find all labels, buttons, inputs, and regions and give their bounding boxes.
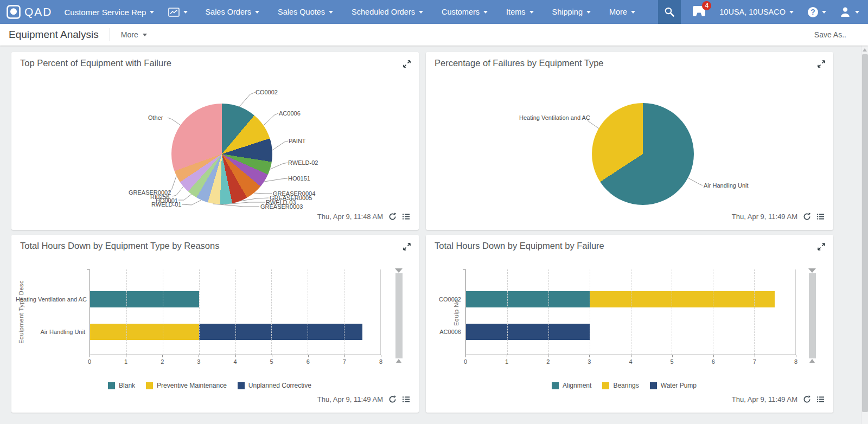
menu-customers[interactable]: Customers (442, 8, 488, 16)
bar-segment-bearings[interactable] (590, 291, 775, 307)
legend-item[interactable]: Bearings (602, 382, 639, 389)
expand-button[interactable] (817, 60, 826, 70)
logo-text: QAD (24, 5, 53, 18)
save-as-button[interactable]: Save As.. (814, 30, 859, 39)
chevron-down-icon (789, 11, 794, 14)
legend-swatch (650, 382, 657, 389)
legend-item[interactable]: Water Pump (650, 382, 697, 389)
category-label: Heating Ventilation and AC (16, 296, 85, 303)
company-menu[interactable]: 10USA, 10USACO (719, 8, 794, 16)
pie-slice-label: RWELD-02 (288, 159, 318, 166)
expand-button[interactable] (817, 242, 826, 253)
pie-chart-failures-by-type[interactable] (592, 103, 694, 205)
expand-button[interactable] (403, 60, 411, 70)
nav-right-group: 4 10USA, 10USACO ? (658, 0, 868, 24)
view-list-button[interactable] (816, 213, 825, 221)
page-more-menu[interactable]: More (121, 30, 147, 39)
gridline (713, 269, 713, 355)
scroll-up-arrow-icon (396, 359, 401, 363)
panel-title: Top Percent of Equipment with Failure (20, 58, 171, 68)
scroll-up-arrow-icon (863, 48, 867, 52)
refresh-button[interactable] (388, 395, 397, 403)
x-tick-label: 6 (307, 358, 310, 365)
y-axis-title: Equip No (453, 269, 459, 355)
refresh-icon (803, 213, 811, 221)
list-icon (402, 213, 410, 221)
menu-shipping[interactable]: Shipping (552, 8, 591, 16)
category-label: CO0002 (430, 296, 461, 303)
notification-badge: 4 (702, 1, 711, 10)
role-menu[interactable]: Customer Service Rep (65, 8, 155, 17)
refresh-button[interactable] (803, 395, 811, 403)
x-tick-mark (507, 355, 507, 357)
chevron-down-icon (855, 11, 859, 14)
x-axis-ticks: 012345678 (90, 355, 381, 367)
panel-hours-down-by-equipment-by-failure: Total Hours Down by Equipment by Failure… (426, 235, 833, 413)
chart-scrollbar[interactable] (395, 268, 403, 363)
legend-swatch (602, 382, 609, 389)
menu-scheduled-orders[interactable]: Scheduled Orders (352, 8, 423, 16)
search-button[interactable] (658, 0, 681, 24)
bar-segment-unplanned-corrective[interactable] (199, 324, 362, 340)
view-list-button[interactable] (402, 213, 410, 221)
top-nav-bar: QAD Customer Service Rep Sales Orders Sa… (0, 0, 868, 24)
bar-segment-preventive-maintenance[interactable] (90, 324, 199, 340)
help-menu[interactable]: ? (808, 7, 826, 17)
panel-title: Percentage of Failures by Equipment Type (435, 58, 604, 68)
legend-item[interactable]: Preventive Maintenance (146, 382, 227, 389)
chevron-down-icon (255, 11, 259, 14)
expand-button[interactable] (403, 242, 411, 253)
view-list-button[interactable] (402, 395, 410, 403)
user-menu[interactable] (839, 6, 868, 18)
legend-swatch (552, 382, 559, 389)
pie-slice-label: GREASER0003 (260, 203, 303, 210)
bar-chart-plot-area (90, 269, 381, 355)
legend-item[interactable]: Alignment (552, 382, 591, 389)
x-tick-label: 1 (505, 358, 508, 365)
chart-legend: Alignment Bearings Water Pump (448, 382, 801, 389)
menu-items[interactable]: Items (506, 8, 533, 16)
scroll-down-arrow-icon (395, 268, 403, 273)
chart-scrollbar[interactable] (808, 268, 816, 363)
refresh-button[interactable] (803, 213, 811, 221)
menu-sales-orders[interactable]: Sales Orders (205, 8, 259, 16)
gridline (344, 269, 344, 355)
last-refreshed-timestamp: Thu, Apr 9, 11:49 AM (732, 395, 797, 403)
menu-more[interactable]: More (609, 8, 635, 16)
gridline (126, 269, 127, 355)
menu-sales-quotes[interactable]: Sales Quotes (278, 8, 333, 16)
analytics-menu[interactable] (168, 8, 188, 17)
pie-slice-label: Other (148, 114, 163, 121)
panel-footer: Thu, Apr 9, 11:48 AM (317, 213, 410, 221)
gridline (548, 269, 549, 355)
expand-icon (403, 60, 411, 68)
main-menus: Sales Orders Sales Quotes Scheduled Orde… (205, 8, 635, 16)
legend-item[interactable]: Blank (108, 382, 135, 389)
pie-slice-label: GREASER0002 (129, 189, 171, 196)
bar-segment-blank[interactable] (90, 291, 199, 307)
pie-slice-label: PAINT (289, 138, 306, 144)
pie-chart-equipment-failure[interactable] (171, 104, 272, 204)
notifications-button[interactable]: 4 (692, 5, 706, 20)
x-tick-label: 2 (546, 358, 550, 365)
qad-logo[interactable]: QAD (0, 5, 53, 19)
x-tick-mark (465, 355, 466, 357)
y-axis-title: Equipment Type Desc (18, 269, 24, 355)
bar-segment-alignment[interactable] (466, 291, 590, 307)
last-refreshed-timestamp: Thu, Apr 9, 11:48 AM (317, 213, 383, 221)
view-list-button[interactable] (816, 395, 825, 403)
gridline (308, 269, 308, 355)
gridline (199, 269, 200, 355)
chevron-down-icon (329, 11, 333, 14)
legend-item[interactable]: Unplanned Corrective (238, 382, 311, 389)
last-refreshed-timestamp: Thu, Apr 9, 11:49 AM (732, 213, 797, 221)
page-scrollbar[interactable] (861, 46, 868, 424)
x-tick-label: 8 (379, 358, 382, 365)
refresh-button[interactable] (388, 213, 397, 221)
panel-failures-by-equipment-type: Percentage of Failures by Equipment Type… (426, 52, 833, 230)
bar-segment-water-pump[interactable] (466, 324, 590, 340)
panel-footer: Thu, Apr 9, 11:49 AM (732, 395, 825, 403)
line-chart-icon (168, 8, 180, 17)
x-tick-mark (308, 355, 309, 357)
x-tick-mark (344, 355, 345, 357)
